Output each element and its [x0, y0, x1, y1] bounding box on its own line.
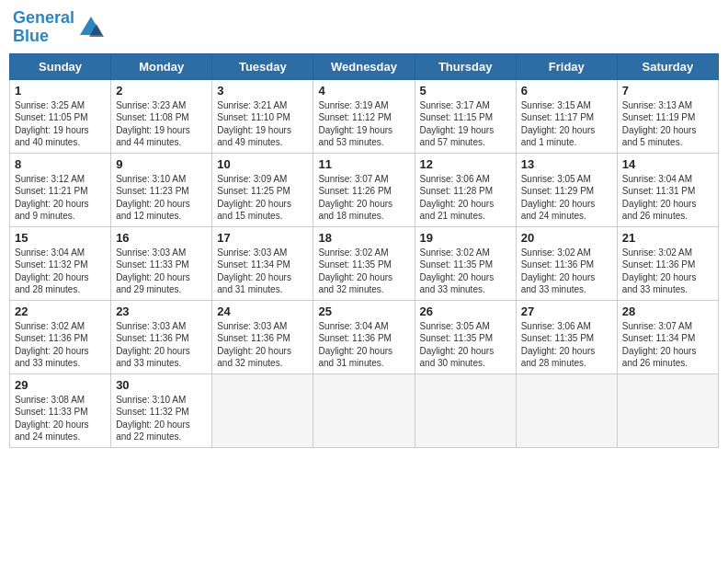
day-number: 3	[217, 84, 308, 98]
calendar-cell	[212, 373, 313, 447]
calendar-cell: 20Sunrise: 3:02 AM Sunset: 11:36 PM Dayl…	[516, 226, 617, 300]
calendar-table: SundayMondayTuesdayWednesdayThursdayFrid…	[9, 53, 719, 448]
day-info: Sunrise: 3:25 AM Sunset: 11:05 PM Daylig…	[15, 99, 106, 149]
calendar-cell: 4Sunrise: 3:19 AM Sunset: 11:12 PM Dayli…	[313, 79, 415, 153]
day-number: 24	[217, 304, 308, 318]
calendar-cell: 16Sunrise: 3:03 AM Sunset: 11:33 PM Dayl…	[111, 226, 212, 300]
day-info: Sunrise: 3:05 AM Sunset: 11:29 PM Daylig…	[521, 173, 612, 223]
weekday-tuesday: Tuesday	[212, 53, 313, 79]
calendar-cell: 17Sunrise: 3:03 AM Sunset: 11:34 PM Dayl…	[212, 226, 313, 300]
calendar-cell: 7Sunrise: 3:13 AM Sunset: 11:19 PM Dayli…	[617, 79, 718, 153]
day-info: Sunrise: 3:03 AM Sunset: 11:34 PM Daylig…	[217, 247, 308, 296]
day-number: 22	[15, 304, 106, 318]
day-number: 14	[622, 157, 713, 171]
day-number: 7	[622, 84, 713, 98]
weekday-friday: Friday	[516, 53, 617, 79]
day-info: Sunrise: 3:02 AM Sunset: 11:35 PM Daylig…	[318, 247, 409, 296]
calendar-cell: 19Sunrise: 3:02 AM Sunset: 11:35 PM Dayl…	[415, 226, 516, 300]
day-number: 12	[420, 157, 511, 171]
day-number: 16	[116, 231, 207, 245]
calendar-cell: 15Sunrise: 3:04 AM Sunset: 11:32 PM Dayl…	[10, 226, 111, 300]
calendar-cell	[313, 373, 415, 447]
day-number: 17	[217, 231, 308, 245]
day-number: 10	[217, 157, 308, 171]
day-info: Sunrise: 3:08 AM Sunset: 11:33 PM Daylig…	[15, 394, 106, 443]
calendar-cell: 30Sunrise: 3:10 AM Sunset: 11:32 PM Dayl…	[111, 373, 212, 447]
calendar-cell: 12Sunrise: 3:06 AM Sunset: 11:28 PM Dayl…	[415, 153, 516, 226]
day-info: Sunrise: 3:10 AM Sunset: 11:23 PM Daylig…	[116, 173, 207, 223]
day-info: Sunrise: 3:02 AM Sunset: 11:36 PM Daylig…	[521, 247, 612, 296]
calendar-cell: 14Sunrise: 3:04 AM Sunset: 11:31 PM Dayl…	[617, 153, 718, 226]
calendar-cell: 9Sunrise: 3:10 AM Sunset: 11:23 PM Dayli…	[111, 153, 212, 226]
calendar-cell: 1Sunrise: 3:25 AM Sunset: 11:05 PM Dayli…	[10, 79, 111, 153]
day-info: Sunrise: 3:17 AM Sunset: 11:15 PM Daylig…	[420, 99, 511, 149]
day-number: 26	[420, 304, 511, 318]
day-info: Sunrise: 3:13 AM Sunset: 11:19 PM Daylig…	[622, 99, 713, 149]
day-number: 18	[318, 231, 409, 245]
calendar-cell: 13Sunrise: 3:05 AM Sunset: 11:29 PM Dayl…	[516, 153, 617, 226]
calendar-cell: 24Sunrise: 3:03 AM Sunset: 11:36 PM Dayl…	[212, 300, 313, 373]
day-number: 8	[15, 157, 106, 171]
calendar-cell	[415, 373, 516, 447]
calendar-cell: 10Sunrise: 3:09 AM Sunset: 11:25 PM Dayl…	[212, 153, 313, 226]
calendar-cell: 18Sunrise: 3:02 AM Sunset: 11:35 PM Dayl…	[313, 226, 415, 300]
calendar-week-4: 22Sunrise: 3:02 AM Sunset: 11:36 PM Dayl…	[10, 300, 719, 373]
day-info: Sunrise: 3:12 AM Sunset: 11:21 PM Daylig…	[15, 173, 106, 223]
calendar-week-3: 15Sunrise: 3:04 AM Sunset: 11:32 PM Dayl…	[10, 226, 719, 300]
calendar-week-1: 1Sunrise: 3:25 AM Sunset: 11:05 PM Dayli…	[10, 79, 719, 153]
calendar-cell: 27Sunrise: 3:06 AM Sunset: 11:35 PM Dayl…	[516, 300, 617, 373]
calendar-cell: 6Sunrise: 3:15 AM Sunset: 11:17 PM Dayli…	[516, 79, 617, 153]
day-number: 13	[521, 157, 612, 171]
weekday-sunday: Sunday	[10, 53, 111, 79]
day-number: 4	[318, 84, 409, 98]
day-info: Sunrise: 3:07 AM Sunset: 11:34 PM Daylig…	[622, 320, 713, 370]
day-number: 25	[318, 304, 409, 318]
calendar-cell: 28Sunrise: 3:07 AM Sunset: 11:34 PM Dayl…	[617, 300, 718, 373]
day-info: Sunrise: 3:04 AM Sunset: 11:36 PM Daylig…	[318, 320, 409, 370]
calendar-cell: 29Sunrise: 3:08 AM Sunset: 11:33 PM Dayl…	[10, 373, 111, 447]
calendar-week-2: 8Sunrise: 3:12 AM Sunset: 11:21 PM Dayli…	[10, 153, 719, 226]
calendar-cell: 23Sunrise: 3:03 AM Sunset: 11:36 PM Dayl…	[111, 300, 212, 373]
page-header: GeneralBlue	[9, 9, 719, 46]
calendar-cell: 26Sunrise: 3:05 AM Sunset: 11:35 PM Dayl…	[415, 300, 516, 373]
day-number: 23	[116, 304, 207, 318]
day-number: 2	[116, 84, 207, 98]
logo-icon	[78, 15, 104, 40]
day-number: 15	[15, 231, 106, 245]
day-info: Sunrise: 3:03 AM Sunset: 11:33 PM Daylig…	[116, 247, 207, 296]
calendar-cell: 5Sunrise: 3:17 AM Sunset: 11:15 PM Dayli…	[415, 79, 516, 153]
calendar-body: 1Sunrise: 3:25 AM Sunset: 11:05 PM Dayli…	[10, 79, 719, 447]
day-number: 5	[420, 84, 511, 98]
day-number: 11	[318, 157, 409, 171]
weekday-header-row: SundayMondayTuesdayWednesdayThursdayFrid…	[10, 53, 719, 79]
day-number: 6	[521, 84, 612, 98]
day-info: Sunrise: 3:23 AM Sunset: 11:08 PM Daylig…	[116, 99, 207, 149]
day-number: 29	[15, 378, 106, 392]
day-info: Sunrise: 3:09 AM Sunset: 11:25 PM Daylig…	[217, 173, 308, 223]
day-info: Sunrise: 3:03 AM Sunset: 11:36 PM Daylig…	[116, 320, 207, 370]
day-number: 1	[15, 84, 106, 98]
day-info: Sunrise: 3:04 AM Sunset: 11:31 PM Daylig…	[622, 173, 713, 223]
calendar-cell: 2Sunrise: 3:23 AM Sunset: 11:08 PM Dayli…	[111, 79, 212, 153]
day-info: Sunrise: 3:02 AM Sunset: 11:35 PM Daylig…	[420, 247, 511, 296]
calendar-cell: 21Sunrise: 3:02 AM Sunset: 11:36 PM Dayl…	[617, 226, 718, 300]
day-info: Sunrise: 3:15 AM Sunset: 11:17 PM Daylig…	[521, 99, 612, 149]
weekday-wednesday: Wednesday	[313, 53, 415, 79]
day-number: 30	[116, 378, 207, 392]
weekday-thursday: Thursday	[415, 53, 516, 79]
calendar-week-5: 29Sunrise: 3:08 AM Sunset: 11:33 PM Dayl…	[10, 373, 719, 447]
calendar-cell: 8Sunrise: 3:12 AM Sunset: 11:21 PM Dayli…	[10, 153, 111, 226]
logo-text: GeneralBlue	[13, 9, 74, 46]
calendar-cell: 22Sunrise: 3:02 AM Sunset: 11:36 PM Dayl…	[10, 300, 111, 373]
calendar-cell: 3Sunrise: 3:21 AM Sunset: 11:10 PM Dayli…	[212, 79, 313, 153]
weekday-monday: Monday	[111, 53, 212, 79]
day-number: 9	[116, 157, 207, 171]
logo: GeneralBlue	[13, 9, 104, 46]
day-info: Sunrise: 3:02 AM Sunset: 11:36 PM Daylig…	[15, 320, 106, 370]
day-info: Sunrise: 3:06 AM Sunset: 11:35 PM Daylig…	[521, 320, 612, 370]
day-info: Sunrise: 3:04 AM Sunset: 11:32 PM Daylig…	[15, 247, 106, 296]
weekday-saturday: Saturday	[617, 53, 718, 79]
day-info: Sunrise: 3:19 AM Sunset: 11:12 PM Daylig…	[318, 99, 409, 149]
day-number: 21	[622, 231, 713, 245]
day-info: Sunrise: 3:06 AM Sunset: 11:28 PM Daylig…	[420, 173, 511, 223]
